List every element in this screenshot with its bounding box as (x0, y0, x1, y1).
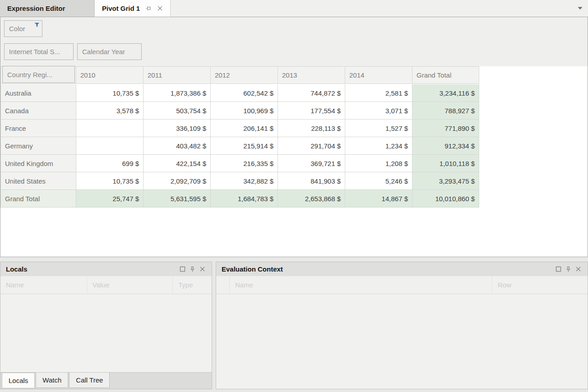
pivot-cell[interactable]: 771,890 $ (412, 120, 479, 137)
pivot-cell[interactable]: 100,969 $ (211, 102, 278, 120)
pivot-cell[interactable]: 403,482 $ (144, 137, 211, 155)
close-icon[interactable] (573, 265, 583, 274)
pivot-cell[interactable]: 369,721 $ (278, 155, 345, 172)
pivot-cell[interactable]: 342,882 $ (211, 172, 278, 190)
pin-icon[interactable] (563, 265, 573, 274)
pivot-row-header[interactable]: United Kingdom (1, 155, 76, 172)
evaluation-context-column-headers: NameRow (216, 276, 588, 294)
pivot-cell[interactable]: 1,873,386 $ (144, 84, 211, 102)
filter-field-label: Color (9, 25, 25, 32)
pivot-cell[interactable]: 699 $ (76, 155, 144, 172)
pivot-cell[interactable]: 788,927 $ (412, 102, 479, 120)
pivot-cell[interactable]: 10,735 $ (76, 84, 144, 102)
pivot-cell[interactable]: 10,010,860 $ (412, 190, 479, 208)
pivot-row-header[interactable]: Grand Total (1, 190, 76, 208)
bottom-tab-locals[interactable]: Locals (2, 373, 35, 388)
locals-column-header-value[interactable]: Value (87, 276, 173, 294)
row-field-label: Country Regi... (7, 71, 52, 78)
pivot-cell[interactable]: 228,113 $ (278, 120, 345, 137)
pivot-cell[interactable]: 744,872 $ (278, 84, 345, 102)
column-field-label: Calendar Year (82, 48, 125, 55)
pivot-row-header[interactable]: Australia (1, 84, 76, 102)
bottom-tab-watch[interactable]: Watch (36, 373, 68, 388)
pivot-cell[interactable]: 841,903 $ (278, 172, 345, 190)
pivot-column-header[interactable]: 2013 (278, 67, 345, 84)
row-field-button[interactable]: Country Regi... (2, 66, 75, 83)
locals-panel-caption: Locals (0, 262, 212, 276)
tab-list-dropdown-icon[interactable] (578, 7, 583, 10)
filter-field-button[interactable]: Color (4, 20, 42, 37)
pivot-cell[interactable]: 503,754 $ (144, 102, 211, 120)
tab-pivot-grid[interactable]: Pivot Grid 1 (95, 0, 171, 17)
pivot-cell[interactable]: 1,527 $ (345, 120, 412, 137)
pivot-cell[interactable]: 216,335 $ (211, 155, 278, 172)
evaluation-context-title: Evaluation Context (222, 265, 553, 273)
locals-panel: Locals NameValueType LocalsWatchCall Tre… (0, 262, 212, 389)
close-icon[interactable] (157, 5, 163, 11)
pivot-row-header[interactable]: Germany (1, 137, 76, 155)
pivot-cell[interactable]: 206,141 $ (211, 120, 278, 137)
pivot-cell[interactable]: 3,578 $ (76, 102, 144, 120)
pivot-cell[interactable]: 3,071 $ (345, 102, 412, 120)
pivot-row-header[interactable]: France (1, 120, 76, 137)
document-tab-strip: Expression Editor Pivot Grid 1 (0, 0, 588, 17)
locals-column-header-name[interactable]: Name (0, 276, 87, 294)
pivot-row-header[interactable]: Canada (1, 102, 76, 120)
pin-icon[interactable] (187, 265, 197, 274)
pivot-cell[interactable]: 1,208 $ (345, 155, 412, 172)
pivot-column-header[interactable]: 2011 (144, 67, 211, 84)
pivot-cell[interactable]: 3,293,475 $ (412, 172, 479, 190)
pivot-cell[interactable] (76, 137, 144, 155)
pivot-cell[interactable]: 336,109 $ (144, 120, 211, 137)
pivot-column-header[interactable]: 2014 (345, 67, 412, 84)
pivot-cell[interactable]: 291,704 $ (278, 137, 345, 155)
pivot-column-header[interactable]: 2012 (211, 67, 278, 84)
pivot-row-header[interactable]: United States (1, 172, 76, 190)
pivot-cell[interactable]: 215,914 $ (211, 137, 278, 155)
pivot-cell[interactable]: 912,334 $ (412, 137, 479, 155)
pivot-cell[interactable]: 5,246 $ (345, 172, 412, 190)
locals-tab-strip: LocalsWatchCall Tree (0, 372, 212, 389)
pivot-cell[interactable]: 14,867 $ (345, 190, 412, 208)
pivot-cell[interactable]: 1,684,783 $ (211, 190, 278, 208)
tab-expression-editor-label: Expression Editor (7, 5, 65, 12)
pivot-column-header[interactable]: Grand Total (412, 67, 479, 84)
pivot-table: 20102011201220132014Grand TotalAustralia… (0, 66, 479, 208)
pivot-cell[interactable]: 5,631,595 $ (144, 190, 211, 208)
evaluation-context-indicator-column (216, 276, 230, 294)
evaluation-context-column-header-name[interactable]: Name (230, 276, 492, 294)
pivot-cell[interactable]: 25,747 $ (76, 190, 144, 208)
pivot-cell[interactable]: 602,542 $ (211, 84, 278, 102)
pivot-cell[interactable]: 422,154 $ (144, 155, 211, 172)
pivot-cell[interactable]: 3,234,116 $ (412, 84, 479, 102)
data-field-label: Internet Total S... (9, 48, 60, 55)
tab-pivot-grid-label: Pivot Grid 1 (102, 5, 140, 12)
data-field-button[interactable]: Internet Total S... (4, 43, 74, 60)
locals-panel-title: Locals (6, 265, 177, 273)
close-icon[interactable] (197, 265, 207, 274)
pivot-column-header[interactable]: 2010 (76, 67, 144, 84)
evaluation-context-caption: Evaluation Context (216, 262, 588, 276)
locals-column-headers: NameValueType (0, 276, 212, 294)
column-field-button[interactable]: Calendar Year (77, 43, 142, 60)
pivot-cell[interactable]: 2,653,868 $ (278, 190, 345, 208)
pivot-cell[interactable]: 2,092,709 $ (144, 172, 211, 190)
filter-funnel-icon[interactable] (34, 23, 40, 28)
pivot-cell[interactable] (76, 120, 144, 137)
tab-expression-editor[interactable]: Expression Editor (0, 0, 95, 17)
pivot-grid-panel: Color Internet Total S... Calendar Year … (0, 17, 588, 257)
bottom-tab-call-tree[interactable]: Call Tree (69, 373, 110, 388)
locals-column-header-type[interactable]: Type (173, 276, 212, 294)
pin-icon[interactable] (145, 5, 152, 11)
pivot-cell[interactable]: 1,234 $ (345, 137, 412, 155)
pivot-cell[interactable]: 177,554 $ (278, 102, 345, 120)
pivot-cell[interactable]: 10,735 $ (76, 172, 144, 190)
maximize-icon[interactable] (177, 265, 187, 274)
pivot-cell[interactable]: 2,581 $ (345, 84, 412, 102)
pivot-cell[interactable]: 1,010,118 $ (412, 155, 479, 172)
evaluation-context-column-header-row[interactable]: Row (492, 276, 588, 294)
evaluation-context-panel: Evaluation Context NameRow (216, 262, 588, 389)
maximize-icon[interactable] (553, 265, 563, 274)
